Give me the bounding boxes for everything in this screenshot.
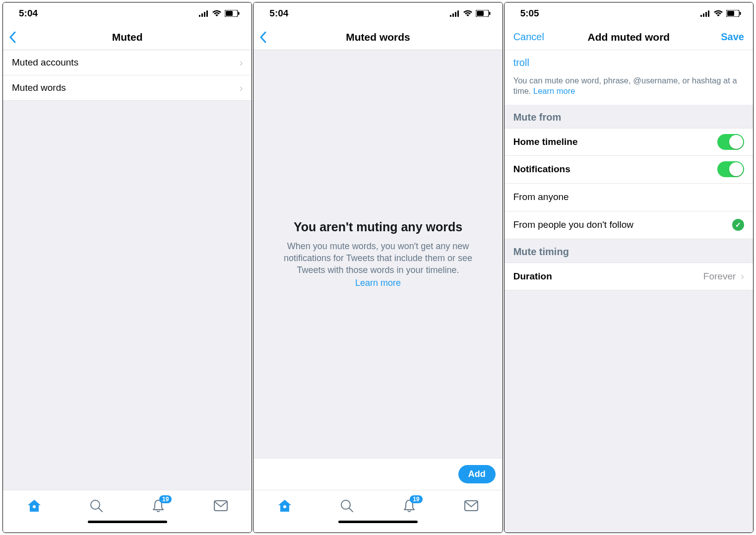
svg-point-18 [283,505,286,508]
check-icon: ✓ [732,219,744,231]
back-button[interactable] [9,31,16,43]
svg-rect-12 [452,13,454,17]
scope-group: From anyone From people you don't follow… [504,184,753,239]
help-text: You can mute one word, phrase, @username… [513,75,744,97]
home-icon [277,499,292,513]
back-button[interactable] [259,31,266,43]
muted-accounts-row[interactable]: Muted accounts › [3,50,252,75]
svg-point-7 [33,505,36,508]
battery-icon [225,10,240,17]
battery-icon [476,10,491,17]
svg-rect-27 [727,11,734,16]
tab-bar: 19 [253,490,502,521]
section-mute-from: Mute from [504,105,753,128]
status-bar: 5:05 [504,2,753,24]
muted-word-input[interactable]: troll [513,57,744,68]
screen-muted: 5:04 Muted Muted accounts › Muted words … [2,2,252,533]
from-anyone-row[interactable]: From anyone [504,184,753,211]
svg-rect-28 [740,12,741,15]
svg-rect-2 [204,12,205,17]
status-bar: 5:04 [253,2,502,24]
svg-rect-21 [465,501,478,511]
learn-more-link[interactable]: Learn more [355,278,401,288]
status-bar: 5:04 [3,2,252,24]
duration-value: Forever [703,271,736,282]
search-icon [89,499,103,513]
word-input-section: troll You can mute one word, phrase, @us… [504,50,753,105]
learn-more-link[interactable]: Learn more [533,86,575,95]
save-button[interactable]: Save [721,31,744,43]
chevron-left-icon [9,31,16,43]
signal-icon [700,10,710,17]
battery-icon [726,10,741,17]
svg-rect-11 [450,15,451,17]
svg-rect-23 [703,13,704,17]
cancel-button[interactable]: Cancel [513,31,544,43]
empty-text: When you mute words, you won't get any n… [268,240,487,276]
home-icon [27,499,42,513]
notifications-toggle[interactable] [717,161,744,177]
tab-notifications[interactable]: 19 [151,498,166,513]
tab-messages[interactable] [464,498,479,513]
chevron-right-icon: › [240,82,243,94]
muted-list: Muted accounts › Muted words › [3,50,252,101]
empty-state: You aren't muting any words When you mut… [253,50,502,458]
add-bar: Add [253,458,502,490]
status-icons [450,10,491,17]
section-mute-timing: Mute timing [504,239,753,263]
row-label: From people you don't follow [513,219,633,230]
chevron-right-icon: › [240,57,243,68]
tab-home[interactable] [277,498,292,513]
svg-rect-17 [489,12,491,15]
screen-muted-words: 5:04 Muted words You aren't muting any w… [253,2,503,533]
row-label: Muted accounts [12,57,78,68]
home-indicator[interactable] [3,521,252,533]
nav-title: Muted words [346,31,410,43]
wifi-icon [463,10,473,17]
content: troll You can mute one word, phrase, @us… [504,50,753,533]
wifi-icon [713,10,723,17]
nav-bar: Muted words [253,24,502,50]
svg-rect-1 [201,13,203,17]
chevron-left-icon [259,31,266,43]
status-icons [700,10,741,17]
envelope-icon [464,500,479,512]
row-label: Home timeline [513,136,578,147]
svg-rect-22 [700,15,702,17]
notification-badge: 19 [410,495,422,503]
content: Muted accounts › Muted words › [3,50,252,490]
svg-rect-13 [455,12,456,17]
tab-search[interactable] [89,498,104,513]
muted-words-row[interactable]: Muted words › [3,75,252,101]
tab-notifications[interactable]: 19 [402,498,417,513]
wifi-icon [212,10,222,17]
signal-icon [199,10,209,17]
svg-rect-3 [206,10,208,17]
row-label: From anyone [513,192,569,202]
duration-value-wrap: Forever › [703,270,744,282]
tab-search[interactable] [339,498,354,513]
envelope-icon [213,500,228,512]
nav-bar: Cancel Add muted word Save [504,24,753,50]
status-time: 5:04 [269,8,288,19]
svg-rect-5 [226,11,233,16]
status-time: 5:04 [19,8,38,19]
svg-rect-24 [705,12,707,17]
row-label: Duration [513,271,552,282]
add-button[interactable]: Add [458,465,496,483]
signal-icon [450,10,460,17]
empty-title: You aren't muting any words [294,220,462,234]
screen-add-muted-word: 5:05 Cancel Add muted word Save troll Yo… [504,2,754,533]
from-people-row[interactable]: From people you don't follow ✓ [504,211,753,239]
home-timeline-toggle[interactable] [717,134,744,150]
svg-rect-16 [477,11,484,16]
home-indicator[interactable] [253,521,502,533]
content: You aren't muting any words When you mut… [253,50,502,490]
tab-messages[interactable] [213,498,228,513]
status-icons [199,10,240,17]
nav-title: Add muted word [587,31,670,43]
duration-row[interactable]: Duration Forever › [504,263,753,290]
tab-home[interactable] [27,498,42,513]
svg-rect-25 [708,10,709,17]
search-icon [340,499,354,513]
